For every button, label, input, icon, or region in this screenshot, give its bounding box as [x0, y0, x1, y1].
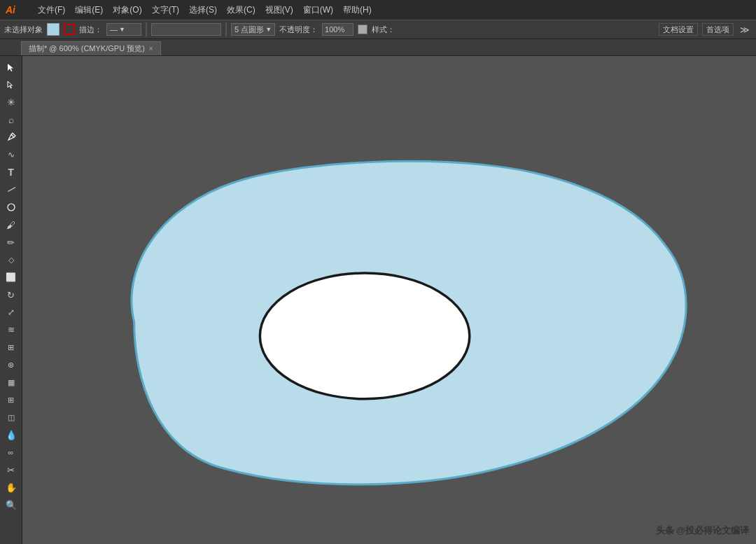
- opacity-label: 不透明度：: [279, 25, 318, 35]
- blend-tool[interactable]: ∞: [2, 444, 20, 461]
- warp-tool[interactable]: ≋: [2, 321, 20, 338]
- inner-oval: [260, 273, 469, 399]
- scale-tool[interactable]: ⤢: [2, 304, 20, 321]
- menu-window[interactable]: 窗口(W): [299, 3, 337, 18]
- shaper-tool[interactable]: ◇: [2, 251, 20, 268]
- stroke-label: 描边：: [79, 25, 102, 35]
- column-graph-tool[interactable]: ▦: [2, 374, 20, 391]
- title-bar: Ai 文件(F) 编辑(E) 对象(O) 文字(T) 选择(S) 效果(C) 视…: [0, 0, 756, 20]
- watermark: 头条 @投必得论文编译: [656, 524, 749, 537]
- eyedropper-tool[interactable]: 💧: [2, 426, 20, 443]
- illustration-svg: [22, 56, 756, 544]
- stroke-indicator[interactable]: [64, 24, 75, 35]
- mesh-tool[interactable]: ⊞: [2, 391, 20, 408]
- style-label: 样式：: [372, 25, 395, 35]
- menu-file[interactable]: 文件(F): [34, 3, 69, 18]
- selection-tool[interactable]: [2, 59, 20, 76]
- pencil-tool[interactable]: ✏: [2, 234, 20, 251]
- preferences-button[interactable]: 首选项: [702, 23, 734, 36]
- ai-logo: Ai: [6, 4, 25, 15]
- menu-effect[interactable]: 效果(C): [223, 3, 260, 18]
- symbol-tool[interactable]: ⊛: [2, 356, 20, 373]
- magic-wand-tool[interactable]: ✳: [2, 94, 20, 111]
- menu-help[interactable]: 帮助(H): [339, 3, 376, 18]
- main-area: ✳ ⌕ ∿ T / 🖌 ✏ ◇ ⬜ ↻ ⤢ ≋ ⊞ ⊛ ▦ ⊞ ◫ 💧 ∞ ✂ …: [0, 56, 756, 544]
- scissors-tool[interactable]: ✂: [2, 461, 20, 478]
- lasso-tool[interactable]: ⌕: [2, 111, 20, 128]
- menu-object[interactable]: 对象(O): [108, 3, 146, 18]
- free-transform-tool[interactable]: ⊞: [2, 339, 20, 356]
- toolbar: 未选择对象 描边： ―▼ 5 点圆形▼ 不透明度： 100% 样式： 文档设置 …: [0, 20, 756, 39]
- doc-settings-button[interactable]: 文档设置: [659, 23, 698, 36]
- fill-color-swatch[interactable]: [47, 23, 59, 36]
- direct-selection-tool[interactable]: [2, 76, 20, 93]
- tab-close-button[interactable]: ×: [149, 45, 153, 53]
- curvature-tool[interactable]: ∿: [2, 146, 20, 163]
- rotate-tool[interactable]: ↻: [2, 286, 20, 303]
- hand-tool[interactable]: ✋: [2, 479, 20, 496]
- paintbrush-tool[interactable]: 🖌: [2, 216, 20, 233]
- status-label: 未选择对象: [4, 25, 43, 35]
- stroke-dropdown[interactable]: ―▼: [106, 23, 141, 36]
- pen-tool[interactable]: [2, 129, 20, 146]
- menu-edit[interactable]: 编辑(E): [71, 3, 107, 18]
- gradient-tool[interactable]: ◫: [2, 409, 20, 426]
- menu-select[interactable]: 选择(S): [185, 3, 221, 18]
- menu-text[interactable]: 文字(T): [148, 3, 183, 18]
- toolbar-more-button[interactable]: ≫: [738, 23, 752, 36]
- menu-view[interactable]: 视图(V): [261, 3, 298, 18]
- eraser-tool[interactable]: ⬜: [2, 269, 20, 286]
- left-toolbar: ✳ ⌕ ∿ T / 🖌 ✏ ◇ ⬜ ↻ ⤢ ≋ ⊞ ⊛ ▦ ⊞ ◫ 💧 ∞ ✂ …: [0, 56, 22, 544]
- stroke-value-input[interactable]: [151, 23, 221, 36]
- opacity-input[interactable]: 100%: [322, 23, 354, 36]
- tab-bar: × × 描制* @ 600% (CMYK/GPU 预览) ×: [0, 39, 756, 56]
- points-dropdown[interactable]: 5 点圆形▼: [231, 23, 275, 36]
- tab-document[interactable]: 描制* @ 600% (CMYK/GPU 预览) ×: [21, 41, 161, 55]
- style-swatch[interactable]: [358, 25, 368, 34]
- canvas-area[interactable]: 头条 @投必得论文编译: [22, 56, 756, 544]
- zoom-tool[interactable]: 🔍: [2, 496, 20, 513]
- svg-point-0: [8, 204, 15, 211]
- menu-bar: 文件(F) 编辑(E) 对象(O) 文字(T) 选择(S) 效果(C) 视图(V…: [34, 3, 376, 18]
